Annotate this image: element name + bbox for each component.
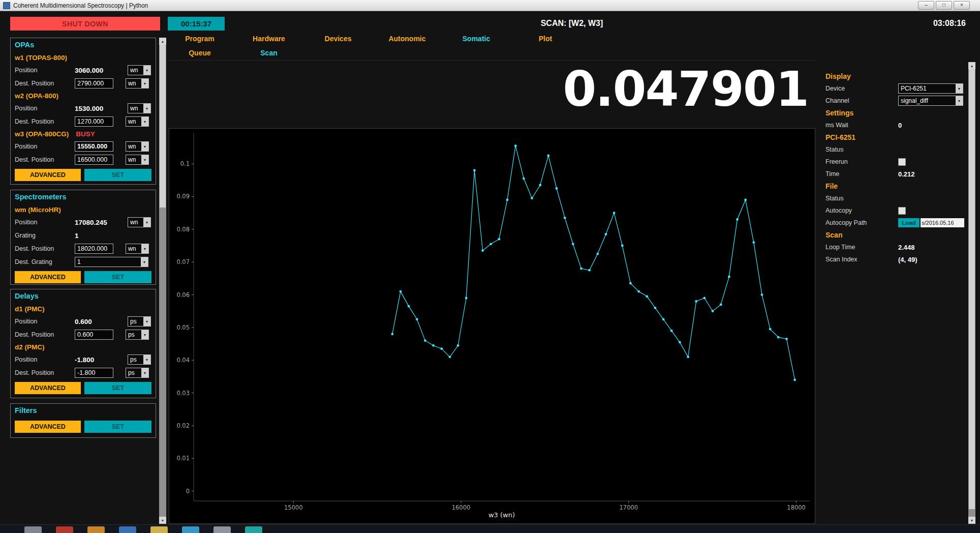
tab-scan[interactable]: Scan — [234, 49, 303, 57]
autocopy-checkbox[interactable] — [898, 207, 906, 215]
opas-set-button[interactable]: SET — [84, 169, 151, 181]
w1-position-units-select[interactable]: wn — [128, 65, 151, 75]
tab-program[interactable]: Program — [165, 35, 234, 43]
taskbar-app-3-icon[interactable] — [87, 526, 105, 533]
device-panel: Display Device PCI-6251 Channel signal_d… — [825, 66, 968, 265]
scroll-down-icon[interactable] — [968, 517, 975, 524]
minimize-button[interactable]: – — [918, 1, 934, 10]
tab-hardware[interactable]: Hardware — [234, 35, 303, 43]
svg-text:16000: 16000 — [452, 504, 471, 511]
wm-grating-value: 1 — [75, 232, 128, 240]
freerun-checkbox[interactable] — [898, 158, 906, 166]
wm-position-units-select[interactable]: wn — [128, 217, 151, 227]
signal-readout: 0.047901 — [169, 65, 808, 113]
w3-dest-row: Dest. Position wn — [15, 153, 151, 166]
d2-dest-input[interactable] — [75, 368, 113, 378]
sidebar-scrollbar-thumb[interactable] — [160, 45, 166, 208]
main-scrollbar-thumb[interactable] — [969, 69, 975, 509]
filters-advanced-button[interactable]: ADVANCED — [15, 421, 81, 433]
d1-dest-units-select[interactable]: ps — [126, 330, 149, 340]
window-controls: – □ × — [918, 1, 970, 10]
freerun-row: Freerun — [825, 156, 968, 168]
svg-text:0.1: 0.1 — [180, 160, 190, 167]
scroll-down-icon[interactable] — [159, 517, 166, 524]
taskbar-app-5-icon[interactable] — [150, 526, 168, 533]
w3-dest-input[interactable] — [75, 155, 113, 165]
maximize-button[interactable]: □ — [936, 1, 952, 10]
close-button[interactable]: × — [954, 1, 970, 10]
delays-set-button[interactable]: SET — [84, 382, 151, 394]
spectrometers-advanced-button[interactable]: ADVANCED — [15, 271, 81, 283]
main-scrollbar[interactable] — [968, 62, 975, 524]
tab-somatic[interactable]: Somatic — [442, 35, 511, 43]
load-button[interactable]: Load — [898, 218, 920, 227]
wm-dest-grating-select[interactable]: 1 — [75, 257, 148, 267]
scan-status-label: SCAN: [W2, W3] — [541, 19, 603, 28]
uptime-timer: 00:15:37 — [168, 17, 225, 31]
file-status-label: Status — [825, 195, 898, 202]
channel-select[interactable]: signal_diff — [898, 96, 963, 106]
svg-text:17000: 17000 — [620, 504, 638, 511]
filters-set-button[interactable]: SET — [84, 421, 151, 433]
w3-dest-units-select[interactable]: wn — [126, 155, 149, 165]
taskbar-app-8-icon[interactable] — [245, 526, 262, 533]
settings-header: Settings — [825, 109, 853, 117]
taskbar-app-1-icon[interactable] — [24, 526, 42, 533]
w3-position-value: 15550.000 — [75, 141, 113, 152]
tab-queue[interactable]: Queue — [165, 49, 234, 57]
opas-panel: OPAs w1 (TOPAS-800) Position 3060.000 wn… — [10, 38, 156, 185]
svg-text:0.08: 0.08 — [176, 226, 190, 233]
device-select[interactable]: PCI-6251 — [898, 83, 963, 94]
chevron-down-icon — [141, 142, 148, 151]
pci-status-row: Status — [825, 143, 968, 156]
d2-dest-units-select[interactable]: ps — [126, 368, 149, 378]
d1-position-units-select[interactable]: ps — [128, 316, 151, 327]
w2-dest-input[interactable] — [75, 116, 113, 127]
shutdown-button[interactable]: SHUT DOWN — [10, 17, 160, 31]
svg-text:0.02: 0.02 — [176, 422, 190, 429]
somatic-subtabs: Queue Scan — [165, 49, 303, 57]
wm-dest-units-select[interactable]: wn — [126, 244, 149, 254]
scroll-up-icon[interactable] — [968, 62, 975, 69]
taskbar — [0, 524, 980, 533]
hardware-sidebar: OPAs w1 (TOPAS-800) Position 3060.000 wn… — [10, 38, 156, 438]
taskbar-app-6-icon[interactable] — [182, 526, 199, 533]
svg-text:15000: 15000 — [284, 504, 303, 511]
taskbar-app-2-icon[interactable] — [56, 526, 73, 533]
d1-dest-input[interactable] — [75, 330, 113, 340]
d2-position-row: Position -1.800 ps — [15, 353, 151, 366]
device-value: PCI-6251 — [899, 84, 956, 93]
w1-dest-units-select[interactable]: wn — [126, 78, 149, 88]
w3-position-units-select[interactable]: wn — [126, 141, 149, 152]
w2-position-units-select[interactable]: wn — [128, 103, 151, 113]
opas-panel-title: OPAs — [15, 41, 151, 51]
w2-dest-row: Dest. Position wn — [15, 115, 151, 128]
w1-dest-input[interactable] — [75, 78, 113, 88]
tab-devices[interactable]: Devices — [303, 35, 373, 43]
w1-name: w1 (TOPAS-800) — [15, 54, 67, 62]
sidebar-scrollbar[interactable] — [159, 38, 166, 524]
channel-label: Channel — [825, 97, 898, 104]
opas-advanced-button[interactable]: ADVANCED — [15, 169, 81, 181]
svg-text:0.06: 0.06 — [176, 291, 190, 299]
d2-position-units-select[interactable]: ps — [128, 354, 151, 365]
taskbar-app-7-icon[interactable] — [213, 526, 231, 533]
chevron-down-icon — [141, 244, 148, 253]
d1-dest-units-value: ps — [126, 330, 141, 339]
delays-advanced-button[interactable]: ADVANCED — [15, 382, 81, 394]
tab-autonomic[interactable]: Autonomic — [373, 35, 442, 43]
w3-name: w3 (OPA-800CG) — [15, 130, 69, 138]
tab-plot[interactable]: Plot — [511, 35, 580, 43]
d1-position-label: Position — [15, 318, 75, 325]
w3-dest-units-value: wn — [126, 155, 141, 164]
device-label: Device — [825, 85, 898, 92]
wm-dest-input[interactable] — [75, 244, 113, 254]
taskbar-app-4-icon[interactable] — [119, 526, 136, 533]
wm-grating-row: Grating 1 — [15, 229, 151, 242]
w2-dest-units-select[interactable]: wn — [126, 116, 149, 127]
autocopy-path-label: Autocopy Path — [825, 219, 898, 226]
svg-text:w3 (wn): w3 (wn) — [488, 511, 515, 519]
channel-row: Channel signal_diff — [825, 95, 968, 107]
spectrometers-set-button[interactable]: SET — [84, 271, 151, 283]
svg-text:0.03: 0.03 — [176, 390, 190, 397]
